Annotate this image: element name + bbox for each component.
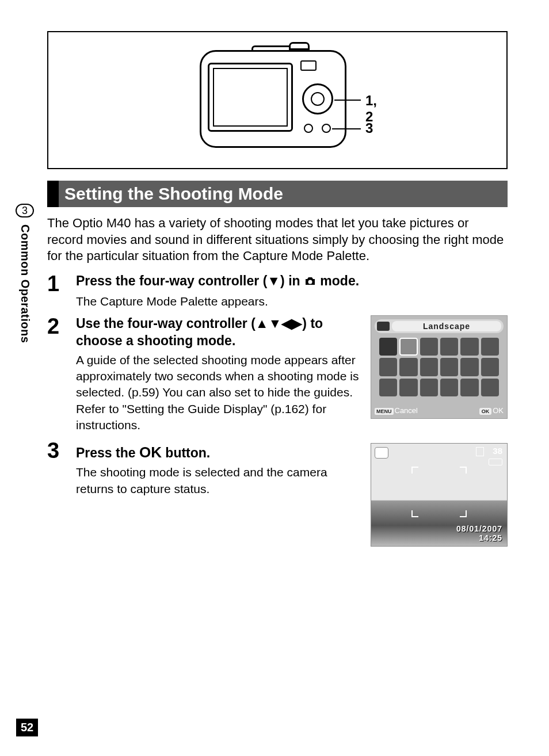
mode-icon [440, 358, 458, 376]
intro-paragraph: The Optio M40 has a variety of shooting … [47, 215, 508, 265]
ok-confirm-label: OKOK [479, 406, 504, 415]
mode-palette-figure: Landscape [371, 315, 508, 419]
step-number: 3 [47, 440, 76, 547]
mode-icon [399, 358, 417, 376]
step-title-text: button. [162, 445, 210, 460]
mode-icon [460, 379, 478, 396]
leader-line-icon [334, 100, 361, 101]
ok-badge: OK [479, 408, 492, 415]
leader-line-icon [332, 128, 361, 129]
ok-button-icon [311, 92, 325, 106]
cancel-text: Cancel [395, 406, 418, 415]
step-title-text: ) in [280, 273, 304, 288]
chapter-number-badge: 3 [16, 204, 34, 217]
step-description: A guide of the selected shooting mode ap… [76, 352, 363, 434]
step-1: 1 Press the four-way controller (▼) in m… [47, 273, 508, 310]
mode-icon [481, 338, 499, 356]
mode-icon [399, 379, 417, 396]
palette-mode-name: Landscape [392, 321, 501, 331]
camera-icon [304, 274, 317, 291]
shutter-icon [289, 42, 310, 50]
lcd-icon [208, 63, 293, 132]
page-number: 52 [16, 719, 38, 736]
mode-icon [460, 358, 478, 376]
mode-icon [399, 338, 417, 356]
svg-point-0 [308, 280, 312, 284]
step-title: Press the OK button. [76, 443, 363, 463]
mode-icon [420, 358, 438, 376]
step-title: Press the four-way controller (▼) in mod… [76, 273, 508, 291]
mode-icon [440, 338, 458, 356]
step-title-text: mode. [317, 273, 359, 288]
small-button-icon [322, 124, 331, 133]
mode-icon [379, 338, 397, 356]
down-arrow-icon: ▼ [267, 273, 280, 288]
focus-bracket-icon [411, 467, 418, 474]
camera-icon [377, 322, 390, 331]
small-button-icon [304, 124, 313, 133]
mode-icon [420, 379, 438, 396]
card-icon [476, 447, 484, 456]
menu-cancel-label: MENUCancel [375, 406, 418, 415]
section-heading: Setting the Shooting Mode [47, 181, 508, 207]
step-title-text: Press the [76, 445, 139, 460]
mode-icon [481, 379, 499, 396]
camera-diagram: 1, 2 3 [47, 31, 508, 169]
capture-screen-figure: 38 08/01/2007 14:25 [371, 443, 508, 547]
mode-grid [379, 338, 499, 396]
mode-dial-icon [300, 60, 317, 71]
callout-label: 3 [365, 120, 373, 136]
step-title-text: Press the four-way controller ( [76, 273, 267, 288]
mode-icon [379, 358, 397, 376]
capture-date: 08/01/2007 [456, 524, 502, 533]
step-number: 1 [47, 273, 76, 310]
shots-remaining: 38 [493, 446, 502, 456]
capture-time: 14:25 [479, 533, 502, 543]
ok-text: OK [493, 406, 504, 415]
step-number: 2 [47, 315, 76, 434]
focus-bracket-icon [460, 467, 467, 474]
mode-icon [379, 379, 397, 396]
ok-glyph: OK [139, 444, 162, 461]
battery-icon [489, 459, 502, 465]
landscape-mode-icon [375, 447, 388, 459]
step-2: 2 Use the four-way controller (▲▼◀▶) to … [47, 315, 508, 434]
step-description: The Capture Mode Palette appears. [76, 293, 508, 310]
mode-icon [420, 338, 438, 356]
step-description: The shooting mode is selected and the ca… [76, 464, 363, 497]
mode-icon [440, 379, 458, 396]
mode-icon [460, 338, 478, 356]
step-3: 3 Press the OK button. The shooting mode… [47, 440, 508, 547]
mode-icon [481, 358, 499, 376]
side-tab: 3 Common Operations [13, 204, 37, 343]
chapter-title: Common Operations [18, 224, 32, 343]
menu-badge: MENU [375, 408, 394, 415]
focus-bracket-icon [411, 510, 418, 517]
step-title: Use the four-way controller (▲▼◀▶) to ch… [76, 315, 363, 350]
focus-bracket-icon [460, 510, 467, 517]
